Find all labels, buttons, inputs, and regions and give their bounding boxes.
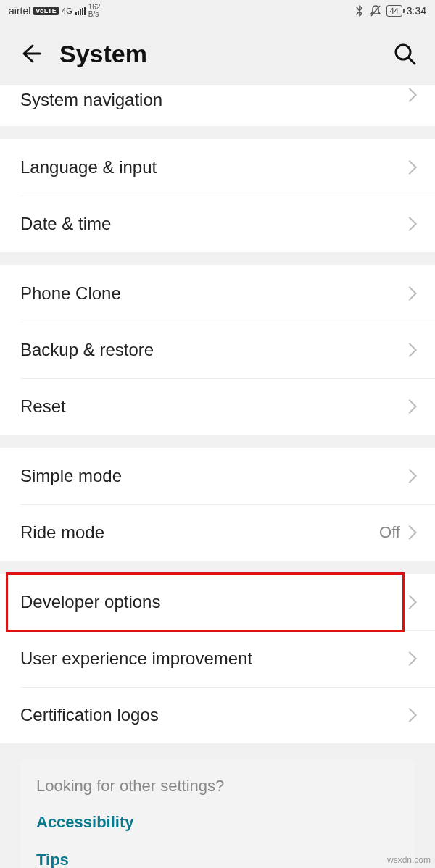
- other-settings-card: Looking for other settings? Accessibilit…: [20, 759, 415, 868]
- battery-icon: 44: [386, 5, 402, 17]
- row-ride-mode[interactable]: Ride modeOff: [0, 504, 435, 561]
- chevron-right-icon: [402, 399, 417, 414]
- chevron-right-icon: [402, 160, 417, 175]
- group-gap: [0, 126, 435, 139]
- row-label: Developer options: [20, 592, 405, 612]
- chevron-right-icon: [402, 525, 417, 540]
- settings-group: System navigation: [0, 85, 435, 126]
- row-label: System navigation: [20, 90, 405, 110]
- row-reset[interactable]: Reset: [0, 378, 435, 435]
- volte-badge: VoLTE: [33, 7, 59, 15]
- row-value: Off: [379, 523, 400, 542]
- row-label: Simple mode: [20, 466, 405, 486]
- chevron-right-icon: [402, 651, 417, 666]
- row-label: Ride mode: [20, 522, 379, 543]
- back-button[interactable]: [14, 38, 46, 70]
- row-label: Date & time: [20, 214, 405, 234]
- chevron-right-icon: [402, 469, 417, 483]
- chevron-right-icon: [402, 217, 417, 231]
- status-right: 44 3:34: [355, 4, 427, 17]
- bluetooth-icon: [355, 4, 365, 17]
- row-user-experience-improvement[interactable]: User experience improvement: [0, 630, 435, 687]
- footer-link-tips[interactable]: Tips: [36, 851, 399, 868]
- dnd-icon: [369, 4, 382, 17]
- chevron-right-icon: [402, 708, 417, 722]
- chevron-right-icon: [402, 343, 417, 357]
- settings-group: Phone CloneBackup & restoreReset: [0, 265, 435, 435]
- row-phone-clone[interactable]: Phone Clone: [0, 265, 435, 322]
- row-label: Phone Clone: [20, 283, 405, 304]
- network-type: 4G: [62, 7, 72, 15]
- page-title: System: [59, 40, 389, 68]
- row-backup-restore[interactable]: Backup & restore: [0, 322, 435, 378]
- row-label: User experience improvement: [20, 648, 405, 669]
- clock: 3:34: [407, 5, 426, 17]
- settings-group: Developer optionsUser experience improve…: [0, 574, 435, 743]
- carrier-label: airtel: [9, 5, 30, 17]
- row-label: Reset: [20, 396, 405, 417]
- settings-list: System navigationLanguage & inputDate & …: [0, 85, 435, 743]
- settings-group: Simple modeRide modeOff: [0, 448, 435, 561]
- watermark: wsxdn.com: [387, 855, 431, 865]
- chevron-right-icon: [402, 286, 417, 301]
- header: System: [0, 22, 435, 85]
- group-gap: [0, 435, 435, 448]
- other-settings-prompt: Looking for other settings?: [36, 777, 399, 796]
- status-bar: airtel VoLTE 4G 162B/s 44 3:34: [0, 0, 435, 22]
- row-system-navigation[interactable]: System navigation: [0, 85, 435, 126]
- footer-link-accessibility[interactable]: Accessibility: [36, 813, 399, 832]
- row-language-input[interactable]: Language & input: [0, 139, 435, 196]
- row-date-time[interactable]: Date & time: [0, 196, 435, 252]
- row-developer-options[interactable]: Developer options: [0, 574, 435, 630]
- search-button[interactable]: [389, 38, 420, 70]
- row-label: Language & input: [20, 157, 405, 178]
- search-icon: [392, 41, 417, 66]
- chevron-right-icon: [402, 595, 417, 609]
- svg-line-2: [409, 58, 415, 64]
- row-label: Certification logos: [20, 705, 405, 725]
- row-simple-mode[interactable]: Simple mode: [0, 448, 435, 504]
- signal-bars-icon: [75, 7, 86, 15]
- settings-group: Language & inputDate & time: [0, 139, 435, 252]
- screen: airtel VoLTE 4G 162B/s 44 3:34 System: [0, 0, 435, 868]
- group-gap: [0, 252, 435, 265]
- row-label: Backup & restore: [20, 340, 405, 360]
- chevron-right-icon: [402, 88, 417, 102]
- data-rate: 162B/s: [88, 4, 101, 18]
- group-gap: [0, 561, 435, 574]
- row-certification-logos[interactable]: Certification logos: [0, 687, 435, 743]
- status-left: airtel VoLTE 4G 162B/s: [9, 4, 100, 18]
- back-arrow-icon: [18, 41, 43, 66]
